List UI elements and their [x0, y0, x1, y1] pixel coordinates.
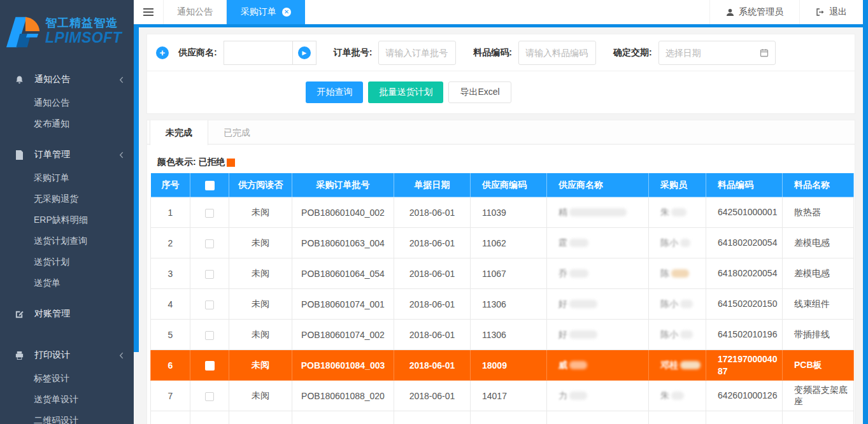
cell-seq: 3: [151, 258, 190, 289]
sidebar-item-order-mgmt-group[interactable]: 订单管理: [0, 142, 134, 167]
cell-read-status: 未阅: [229, 289, 292, 320]
row-checkbox[interactable]: [205, 270, 214, 279]
logo-text-en: LPIMSOFT: [45, 30, 122, 46]
sidebar-item-delivery-note-design[interactable]: 送货单设计: [0, 389, 134, 410]
logout-button[interactable]: 退出: [799, 0, 863, 24]
sidebar-group-label: 对账管理: [34, 308, 124, 320]
row-checkbox[interactable]: [205, 331, 214, 340]
plus-circle-icon[interactable]: +: [156, 46, 169, 59]
sidebar-item-announcements[interactable]: 通知公告: [0, 92, 134, 113]
table-row-partial[interactable]: [151, 411, 854, 424]
table-header-row: 序号 供方阅读否 采购订单批号 单据日期 供应商编码 供应商名称 采购员 料品编…: [151, 173, 854, 197]
redaction-smudge: [680, 300, 693, 308]
cell-supplier-code: 14017: [471, 381, 547, 411]
rejected-color-swatch: [227, 159, 235, 167]
header-date: 单据日期: [394, 173, 471, 197]
sidebar-item-announcements-group[interactable]: 通知公告: [0, 67, 134, 92]
supplier-picker-button[interactable]: ▶: [292, 41, 317, 65]
hamburger-menu-icon[interactable]: [134, 0, 163, 24]
tab-announcements[interactable]: 通知公告: [163, 0, 227, 24]
redaction-smudge: [680, 330, 693, 339]
date-input[interactable]: [658, 41, 776, 65]
user-menu[interactable]: 系统管理员: [709, 0, 799, 24]
close-icon[interactable]: ✕: [282, 8, 291, 17]
sidebar-item-label: 标签设计: [34, 373, 69, 383]
cell-buyer: 陈小: [649, 228, 706, 258]
cell-material-name: 差模电感: [783, 228, 854, 258]
sidebar-item-no-purchase-return[interactable]: 无采购退货: [0, 188, 134, 209]
supplier-label: 供应商名:: [178, 47, 217, 59]
table-row[interactable]: 2 未阅 POB180601063_004 2018-06-01 11062 霆…: [151, 228, 854, 258]
redaction-smudge: [569, 269, 588, 278]
edit-icon: [14, 309, 25, 319]
cell-read-status: 未阅: [229, 381, 292, 411]
sidebar-group-label: 订单管理: [34, 149, 119, 160]
header-material-code: 料品编码: [706, 173, 783, 197]
delivery-date-label: 确定交期:: [613, 47, 652, 59]
tab-unfinished[interactable]: 未完成: [150, 120, 208, 145]
app-logo: 智工精益智造 LPIMSOFT: [0, 0, 134, 64]
sidebar-item-label: 送货单设计: [34, 394, 78, 404]
table-row[interactable]: 7 未阅 POB180601088_020 2018-06-01 14017 力…: [151, 381, 854, 411]
sidebar-group-label: 通知公告: [34, 74, 119, 85]
cell-read-status: 未阅: [229, 228, 292, 258]
tab-purchase-order[interactable]: 采购订单 ✕: [227, 0, 305, 24]
sidebar-item-label: 无采购退货: [34, 194, 78, 204]
cell-buyer: 陈小: [649, 289, 706, 320]
sidebar-item-label: ERP缺料明细: [34, 215, 88, 225]
header-material-name: 料品名称: [783, 173, 854, 197]
sidebar-item-publish-notice[interactable]: 发布通知: [0, 113, 134, 134]
row-checkbox[interactable]: [205, 392, 214, 401]
material-code-input[interactable]: [518, 41, 596, 65]
user-icon: [726, 8, 734, 17]
sidebar-item-delivery-plan-query[interactable]: 送货计划查询: [0, 230, 134, 251]
tab-finished[interactable]: 已完成: [208, 120, 266, 144]
row-checkbox[interactable]: [205, 239, 214, 248]
sidebar-item-label: 通知公告: [34, 97, 69, 108]
cell-date: 2018-06-01: [394, 258, 471, 289]
row-checkbox[interactable]: [205, 209, 214, 218]
select-all-checkbox[interactable]: [205, 181, 215, 190]
sidebar-item-reconciliation[interactable]: 对账管理: [0, 301, 134, 327]
chevron-left-icon: [119, 352, 124, 359]
sidebar-item-print-design-group[interactable]: 打印设计: [0, 343, 134, 368]
redaction-smudge: [671, 208, 687, 216]
sidebar-item-label: 送货计划查询: [34, 236, 87, 246]
sidebar-item-qrcode-design[interactable]: 二维码设计: [0, 410, 134, 424]
table-row[interactable]: 1 未阅 POB180601040_002 2018-06-01 11039 精…: [151, 197, 854, 228]
table-row[interactable]: 4 未阅 POB180601074_001 2018-06-01 11306 好…: [151, 289, 854, 320]
header-batch: 采购订单批号: [292, 173, 394, 197]
sidebar-item-erp-shortage[interactable]: ERP缺料明细: [0, 209, 134, 230]
sidebar-group-label: 打印设计: [34, 350, 119, 361]
topbar: 通知公告 采购订单 ✕ 系统管理员 退出: [134, 0, 863, 24]
color-legend: 颜色表示: 已拒绝: [157, 157, 844, 168]
supplier-input[interactable]: [224, 41, 292, 65]
cell-read-status: 未阅: [229, 197, 292, 228]
table-row-rejected[interactable]: 6 未阅 POB180601084_003 2018-06-01 18009 威…: [151, 350, 854, 381]
user-name: 系统管理员: [739, 6, 783, 18]
cell-date: 2018-06-01: [394, 197, 471, 228]
batch-delivery-plan-button[interactable]: 批量送货计划: [368, 81, 443, 103]
sidebar-item-delivery-plan[interactable]: 送货计划: [0, 251, 134, 272]
sidebar-item-delivery-note[interactable]: 送货单: [0, 272, 134, 293]
supplier-combo: ▶: [224, 41, 317, 65]
cell-buyer: 陈小: [649, 320, 706, 350]
row-checkbox[interactable]: [205, 361, 215, 371]
cell-supplier-code: 18009: [471, 350, 547, 381]
sidebar-item-label-design[interactable]: 标签设计: [0, 368, 134, 389]
table-row[interactable]: 5 未阅 POB180601074_002 2018-06-01 11306 好…: [151, 320, 854, 350]
sidebar-item-purchase-order[interactable]: 采购订单: [0, 167, 134, 188]
row-checkbox[interactable]: [205, 300, 214, 309]
main-content: + 供应商名: ▶ 订单批号: 料品编码: 确定交期: 开: [139, 27, 863, 424]
header-supplier-name: 供应商名称: [547, 173, 649, 197]
sidebar-item-label: 采购订单: [34, 173, 69, 183]
export-excel-button[interactable]: 导出Excel: [448, 81, 511, 103]
cell-material-code: 642501000001: [706, 197, 783, 228]
query-button[interactable]: 开始查询: [306, 81, 363, 103]
logo-mark-icon: [5, 15, 42, 49]
order-batch-input[interactable]: [378, 41, 456, 65]
table-row[interactable]: 3 未阅 POB180601064_054 2018-06-01 11067 乔…: [151, 258, 854, 289]
cell-material-name: 带插排线: [783, 320, 854, 350]
cell-seq: 4: [151, 289, 190, 320]
chevron-left-icon: [119, 152, 124, 159]
